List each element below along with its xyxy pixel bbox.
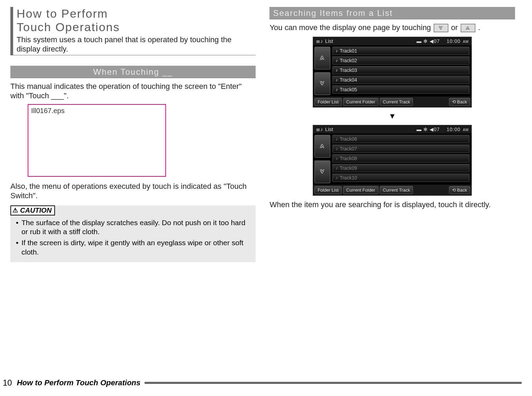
page-up-icon: ⩓ xyxy=(461,24,475,32)
list-item-label: Track01 xyxy=(340,48,357,54)
screenshot-list-page1: ≣♪ List ▬ ✻ ◀07 10:00 AM ⩓ ⩔ ♪Track01 ♪ xyxy=(313,37,472,108)
tab-current-folder[interactable]: Current Folder xyxy=(343,98,378,106)
list-title-icon: ≣♪ xyxy=(316,38,323,44)
main-title-line1: How to Perform xyxy=(17,7,256,20)
list-title-icon: ≣♪ xyxy=(316,126,323,132)
scroll-down-button[interactable]: ⩔ xyxy=(314,160,330,183)
clock-time: 10:00 xyxy=(447,38,460,44)
list-item-label: Track05 xyxy=(340,87,357,92)
list-title-label: List xyxy=(325,126,333,132)
list-item-label: Track08 xyxy=(340,156,357,161)
scroll-up-button[interactable]: ⩓ xyxy=(314,135,330,158)
back-button[interactable]: ⟲ Back xyxy=(449,98,470,106)
caution-item: The surface of the display scratches eas… xyxy=(15,218,252,237)
list-item-label: Track09 xyxy=(340,165,357,171)
clock-ampm: AM xyxy=(463,128,469,132)
placeholder-label: Ill0167.eps xyxy=(31,107,65,114)
page-down-icon: ⩔ xyxy=(434,24,448,32)
screenshot-list-page2: ≣♪ List ▬ ✻ ◀07 10:00 AM ⩓ ⩔ ♪Track06 ♪ xyxy=(313,125,472,196)
list-item[interactable]: ♪Track08 xyxy=(332,154,469,163)
main-subtitle: This system uses a touch panel that is o… xyxy=(17,35,256,54)
music-note-icon: ♪ xyxy=(336,137,338,141)
back-button[interactable]: ⟲ Back xyxy=(449,186,470,194)
clock-ampm: AM xyxy=(463,40,469,44)
scroll-up-button[interactable]: ⩓ xyxy=(314,47,330,70)
intro-pre-text: You can move the display one page by tou… xyxy=(269,23,433,32)
image-placeholder-ill0167: Ill0167.eps xyxy=(28,104,166,177)
music-note-icon: ♪ xyxy=(336,58,338,63)
list-item-label: Track02 xyxy=(340,58,357,63)
list-item-label: Track07 xyxy=(340,146,357,151)
main-heading-block: How to Perform Touch Operations This sys… xyxy=(10,7,256,55)
caution-item: If the screen is dirty, wipe it gently w… xyxy=(15,238,252,257)
paragraph-paging-intro: You can move the display one page by tou… xyxy=(269,23,515,33)
tab-current-track[interactable]: Current Track xyxy=(380,186,413,194)
list-title-label: List xyxy=(325,38,333,44)
list-item[interactable]: ♪Track04 xyxy=(332,76,469,84)
music-note-icon: ♪ xyxy=(336,175,338,180)
music-note-icon: ♪ xyxy=(336,166,338,171)
tab-current-track[interactable]: Current Track xyxy=(380,98,413,106)
caution-label: CAUTION xyxy=(10,205,55,215)
main-title-line2: Touch Operations xyxy=(17,20,256,34)
list-item[interactable]: ♪Track10 xyxy=(332,174,469,182)
list-item[interactable]: ♪Track01 xyxy=(332,47,469,55)
tab-folder-list[interactable]: Folder List xyxy=(314,186,342,194)
music-note-icon: ♪ xyxy=(336,77,338,82)
list-item[interactable]: ♪Track05 xyxy=(332,85,469,94)
intro-post-text: . xyxy=(478,23,480,32)
page-footer: 10 How to Perform Touch Operations xyxy=(3,378,522,388)
sub-heading-searching-list: Searching Items from a List xyxy=(269,7,515,19)
down-arrow-icon: ▼ xyxy=(269,112,515,121)
list-item-label: Track03 xyxy=(340,67,357,73)
music-note-icon: ♪ xyxy=(336,68,338,73)
tab-current-folder[interactable]: Current Folder xyxy=(343,186,378,194)
footer-rule xyxy=(145,382,522,384)
list-item[interactable]: ♪Track03 xyxy=(332,66,469,74)
list-item[interactable]: ♪Track06 xyxy=(332,135,469,143)
music-note-icon: ♪ xyxy=(336,146,338,151)
clock-time: 10:00 xyxy=(447,127,460,132)
status-icons: ▬ ✻ ◀07 xyxy=(416,127,440,132)
list-item[interactable]: ♪Track02 xyxy=(332,56,469,65)
sub-heading-when-touching: When Touching __ xyxy=(10,66,256,78)
music-note-icon: ♪ xyxy=(336,87,338,92)
status-icons: ▬ ✻ ◀07 xyxy=(416,38,440,44)
paragraph-touch-directly: When the item you are searching for is d… xyxy=(269,200,515,210)
caution-box: CAUTION The surface of the display scrat… xyxy=(10,205,256,262)
list-item-label: Track10 xyxy=(340,175,357,181)
paragraph-touch-switch: Also, the menu of operations executed by… xyxy=(10,182,256,201)
page-number: 10 xyxy=(3,378,12,388)
tab-folder-list[interactable]: Folder List xyxy=(314,98,342,106)
scroll-down-button[interactable]: ⩔ xyxy=(314,72,330,95)
music-note-icon: ♪ xyxy=(336,48,338,53)
list-item[interactable]: ♪Track07 xyxy=(332,145,469,153)
intro-mid-text: or xyxy=(451,23,460,32)
list-item[interactable]: ♪Track09 xyxy=(332,164,469,172)
list-item-label: Track04 xyxy=(340,77,357,83)
footer-title: How to Perform Touch Operations xyxy=(17,378,140,387)
list-item-label: Track06 xyxy=(340,136,357,142)
paragraph-touch-enter: This manual indicates the operation of t… xyxy=(10,82,256,101)
music-note-icon: ♪ xyxy=(336,156,338,161)
